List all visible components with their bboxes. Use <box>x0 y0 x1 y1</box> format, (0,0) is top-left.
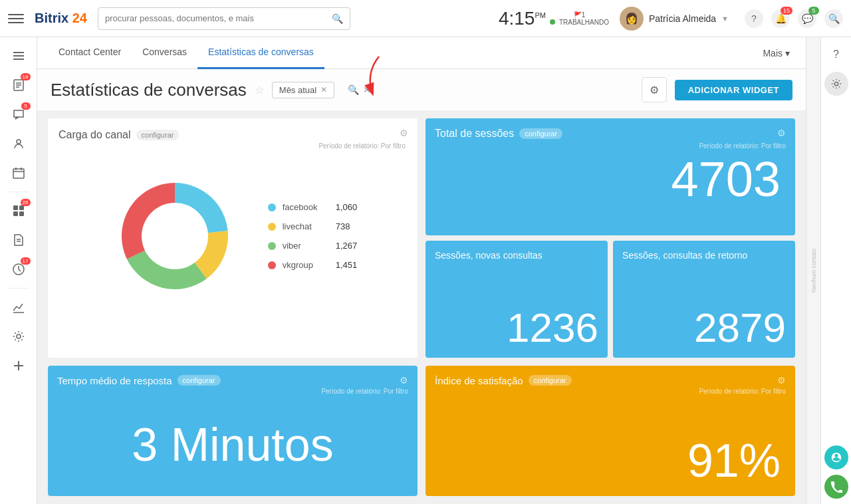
header-search-icon[interactable]: 🔍 <box>348 84 359 95</box>
search-bar[interactable]: 🔍 <box>98 7 350 30</box>
filter-chip[interactable]: Mês atual ✕ <box>272 82 334 98</box>
sessoes-novas-title: Sessões, novas consultas <box>435 250 598 261</box>
page-header: Estatísticas de conversas ☆ Mês atual ✕ … <box>37 69 806 110</box>
page-title: Estatísticas de conversas <box>51 80 247 100</box>
widget-sessoes-novas: Sessões, novas consultas 1236 <box>426 241 608 358</box>
far-right-help[interactable]: ? <box>824 43 848 66</box>
total-sessoes-gear[interactable]: ⚙ <box>777 128 786 138</box>
chart-legend: facebook 1,060 livechat 738 viber 1,267 <box>268 202 358 270</box>
favorite-icon[interactable]: ☆ <box>255 84 264 96</box>
satisfacao-gear[interactable]: ⚙ <box>777 375 786 386</box>
far-right-connect[interactable] <box>824 445 848 469</box>
username: Patrícia Almeida <box>649 13 716 24</box>
tempo-medio-period: Período de relatório: Por filtro <box>57 388 408 395</box>
widget-sessoes-retorno: Sessões, consultas de retorno 2879 <box>613 241 795 358</box>
legend-facebook: facebook 1,060 <box>268 202 358 212</box>
sidebar-item-list[interactable] <box>5 43 32 69</box>
legend-vkgroup: vkgroup 1,451 <box>268 260 358 270</box>
legend-facebook-dot <box>268 203 276 211</box>
legend-livechat-dot <box>268 223 276 231</box>
svg-point-7 <box>17 140 21 144</box>
help-icon[interactable]: ? <box>745 9 763 28</box>
add-widget-button[interactable]: ADICIONAR WIDGET <box>675 80 792 100</box>
avatar: 👩 <box>620 7 644 31</box>
tempo-medio-value: 3 Minutos <box>57 395 408 487</box>
sidebar-item-add[interactable] <box>5 352 32 379</box>
search-input[interactable] <box>105 13 332 23</box>
total-sessoes-period: Período de relatório: Por filtro <box>435 142 786 150</box>
far-right-settings[interactable] <box>824 72 848 96</box>
filter-chip-close[interactable]: ✕ <box>320 85 327 94</box>
header-close-icon[interactable]: ✕ <box>363 84 371 95</box>
legend-livechat: livechat 738 <box>268 221 358 231</box>
total-sessoes-value: 4703 <box>435 150 786 207</box>
left-sidebar: 18 5 26 17 <box>0 37 37 504</box>
header-search: 🔍 ✕ <box>348 84 371 95</box>
legend-viber-dot <box>268 242 276 250</box>
topbar: Bitrix 24 🔍 4:15PM 🚩1 TRABALHANDO 👩 Patr… <box>0 0 851 37</box>
notifications-icon[interactable]: 🔔 15 <box>771 9 790 28</box>
tasks-badge: 18 <box>21 73 31 80</box>
tab-contact-center[interactable]: Contact Center <box>48 37 132 69</box>
content-area: Contact Center Conversas Estatísticas de… <box>37 37 806 504</box>
donut-svg <box>108 170 241 303</box>
svg-point-20 <box>17 334 21 338</box>
satisfacao-period: Período de relatório: Por filtro <box>435 388 786 395</box>
widget-carga-period: Período de relatório: Por filtro <box>59 142 407 150</box>
sidebar-item-tasks[interactable]: 18 <box>5 72 32 98</box>
sidebar-item-settings[interactable] <box>5 323 32 350</box>
sidebar-item-contacts[interactable] <box>5 130 32 157</box>
tab-estatisticas[interactable]: Estatísticas de conversas <box>197 37 324 69</box>
sidebar-item-analytics[interactable] <box>5 294 32 320</box>
widget-total-sessoes: Total de sessões configurar ⚙ Período de… <box>426 118 795 235</box>
widget-carga-canal: Carga do canal configurar ⚙ Período de r… <box>48 118 418 358</box>
messages-badge: 5 <box>808 7 819 15</box>
sidebar-divider-2 <box>8 288 29 289</box>
nav-more[interactable]: Mais ▾ <box>757 48 795 59</box>
svg-rect-14 <box>13 211 18 216</box>
svg-rect-1 <box>13 55 24 57</box>
svg-rect-2 <box>13 59 24 60</box>
tempo-medio-gear[interactable]: ⚙ <box>400 375 408 386</box>
sidebar-item-apps[interactable]: 26 <box>5 197 32 224</box>
sessoes-novas-value: 1236 <box>435 302 598 348</box>
dashboard-grid: Carga do canal configurar ⚙ Período de r… <box>37 110 806 504</box>
search-icon: 🔍 <box>332 13 343 24</box>
status-dot <box>550 19 555 25</box>
sidebar-item-calendar[interactable] <box>5 160 32 186</box>
satisfacao-value: 91% <box>435 395 786 487</box>
tempo-medio-configure[interactable]: configurar <box>178 375 221 386</box>
messages-icon[interactable]: 💬 5 <box>798 9 816 28</box>
search-global-icon[interactable]: 🔍 <box>824 9 843 28</box>
legend-vkgroup-dot <box>268 261 276 269</box>
sidebar-item-chat[interactable]: 5 <box>5 101 32 128</box>
total-sessoes-configure[interactable]: configurar <box>519 128 562 139</box>
header-gear-button[interactable]: ⚙ <box>642 77 667 102</box>
widget-carga-gear[interactable]: ⚙ <box>400 128 408 138</box>
apps-badge: 26 <box>21 199 31 206</box>
widget-tempo-medio: Tempo médio de resposta configurar ⚙ Per… <box>48 366 418 497</box>
tab-conversas[interactable]: Conversas <box>132 37 197 69</box>
satisfacao-configure[interactable]: configurar <box>529 375 572 386</box>
menu-icon[interactable] <box>8 11 24 27</box>
sidebar-item-files[interactable] <box>5 227 32 253</box>
chart-area: facebook 1,060 livechat 738 viber 1,267 <box>59 150 407 322</box>
widget-satisfacao: Índice de satisfação configurar ⚙ Períod… <box>426 366 795 497</box>
nav-tabs: Contact Center Conversas Estatísticas de… <box>37 37 806 69</box>
svg-point-24 <box>834 82 838 85</box>
topbar-icons: ? 🔔 15 💬 5 🔍 <box>745 9 843 28</box>
user-profile[interactable]: 👩 Patrícia Almeida ▼ <box>620 7 729 31</box>
widget-carga-configure[interactable]: configurar <box>136 130 180 140</box>
far-right-panel: ? <box>820 37 851 504</box>
donut-chart <box>108 170 241 303</box>
clock-display: 4:15PM <box>499 8 546 29</box>
topbar-time: 4:15PM 🚩1 TRABALHANDO <box>499 8 609 29</box>
far-right-phone[interactable] <box>824 475 848 499</box>
chat-badge: 5 <box>21 102 31 110</box>
satisfacao-title: Índice de satisfação <box>435 375 523 386</box>
sessoes-retorno-title: Sessões, consultas de retorno <box>622 250 786 261</box>
sidebar-item-time[interactable]: 17 <box>5 256 32 283</box>
sessoes-retorno-value: 2879 <box>622 302 786 348</box>
widget-carga-title: Carga do canal <box>59 129 131 141</box>
sessions-column: Total de sessões configurar ⚙ Período de… <box>426 118 795 358</box>
